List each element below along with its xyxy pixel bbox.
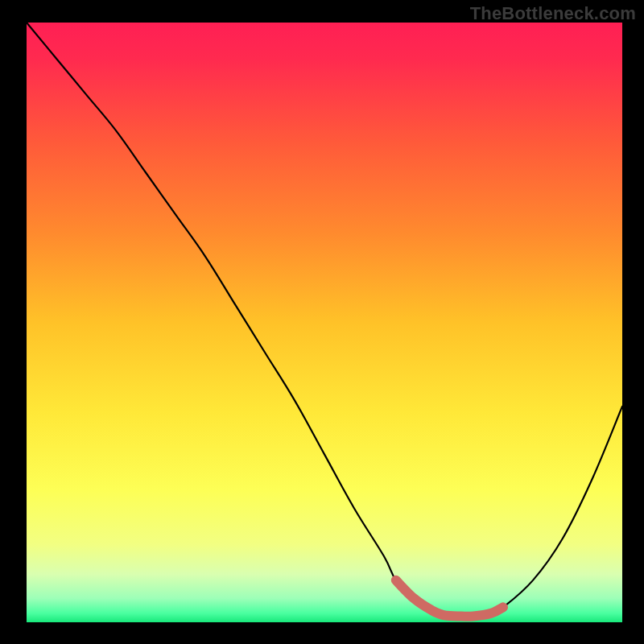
bottleneck-chart	[0, 0, 644, 644]
chart-stage: TheBottleneck.com	[0, 0, 644, 644]
watermark-text: TheBottleneck.com	[470, 3, 636, 24]
plot-background	[27, 23, 622, 622]
